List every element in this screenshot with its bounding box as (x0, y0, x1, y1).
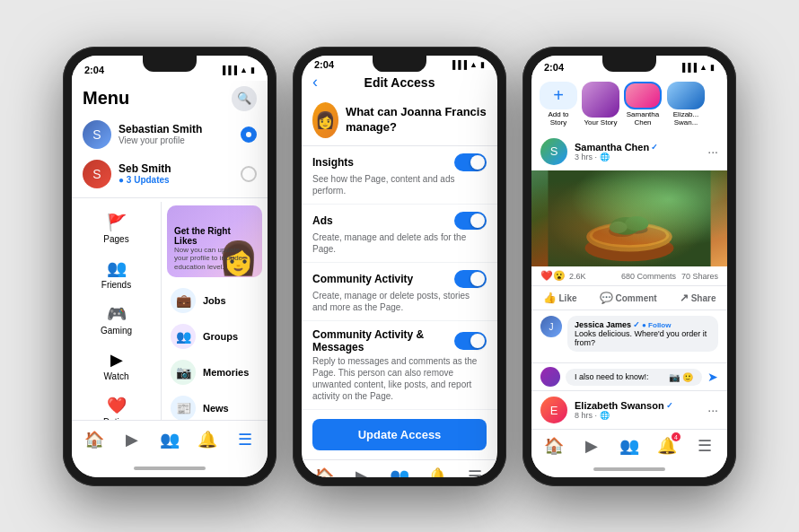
wow-emoji: 😮 (553, 270, 566, 282)
divider-1 (72, 197, 268, 198)
post-options[interactable]: ··· (707, 144, 718, 159)
nav-watch[interactable]: ▶ (116, 423, 148, 456)
verified-icon: ✓ (651, 143, 658, 152)
profile-1[interactable]: S Sebastian Smith View your profile (72, 115, 268, 154)
jessica-avatar: J (540, 316, 562, 337)
profile-2-info: Seb Smith ● 3 Updates (119, 162, 171, 185)
menu-item-watch[interactable]: ▶ Watch (72, 343, 161, 388)
side-item-memories[interactable]: 📷 Memories (167, 354, 262, 390)
search-button[interactable]: 🔍 (232, 86, 257, 111)
story-add[interactable]: + Add to Story (539, 82, 578, 127)
community-messages-name: Community Activity & Messages (312, 328, 454, 353)
update-access-button[interactable]: Update Access (312, 419, 487, 450)
promo-card[interactable]: Get the Right Likes Now you can update y… (167, 205, 262, 277)
ads-desc: Create, manage and delete ads for the Pa… (312, 231, 487, 255)
comment-icon: 💬 (600, 292, 613, 304)
menu-item-dating[interactable]: ❤️ Dating (72, 388, 161, 420)
radio-2[interactable] (241, 166, 257, 182)
dating-icon: ❤️ (107, 396, 127, 415)
time-1: 2:04 (84, 65, 104, 75)
bottom-nav-1: 🏠 ▶ 👥 🔔 ☰ (72, 420, 268, 459)
menu-item-friends[interactable]: 👥 Friends (72, 251, 161, 297)
profile-1-name: Sebastian Smith (119, 123, 202, 135)
nav3-watch[interactable]: ▶ (575, 430, 608, 462)
ads-header: Ads (312, 212, 487, 230)
community-messages-toggle[interactable] (454, 332, 487, 350)
nav-notifications[interactable]: 🔔 (191, 423, 224, 456)
nav-friends[interactable]: 👥 (154, 423, 186, 456)
memories-label: Memories (203, 367, 249, 378)
add-story-label: Add to Story (539, 111, 578, 127)
nav3-notifications[interactable]: 🔔4 (651, 430, 683, 462)
memories-icon-circle: 📷 (171, 360, 196, 385)
radio-1[interactable] (241, 126, 257, 143)
community-toggle[interactable] (454, 270, 487, 288)
comment-section: J Jessica James ✓ ● Follow Looks delicio… (531, 310, 727, 362)
time-2: 2:04 (314, 59, 334, 70)
back-button[interactable]: ‹ (312, 73, 318, 92)
like-label: Like (559, 293, 577, 303)
menu-item-gaming[interactable]: 🎮 Gaming (72, 297, 161, 343)
jessica-follow[interactable]: ● Follow (642, 321, 671, 329)
bottom-nav-2: 🏠 ▶ 👥 🔔 ☰ (302, 459, 497, 477)
time-3: 2:04 (544, 62, 564, 73)
jobs-icon-circle: 💼 (171, 288, 196, 313)
samantha-story-circle (624, 82, 662, 109)
profile-1-info: Sebastian Smith View your profile (119, 123, 202, 145)
send-button[interactable]: ➤ (707, 370, 718, 384)
menu-item-pages[interactable]: 🚩 Pages (72, 205, 161, 251)
story-samantha[interactable]: Samantha Chen (623, 82, 663, 127)
share-button[interactable]: ↗ Share (672, 288, 724, 308)
elizabeth-info: Elizabeth Swanson ✓ 8 hrs · 🌐 (575, 400, 673, 420)
nav2-friends[interactable]: 👥 (383, 460, 416, 477)
story-elizabeth[interactable]: Elizab... Swan... (666, 82, 706, 127)
heart-emoji: ❤️ (540, 270, 553, 282)
side-item-groups[interactable]: 👥 Groups (167, 318, 262, 354)
left-menu: 🚩 Pages 👥 Friends 🎮 Gaming ▶ Watch (72, 202, 162, 420)
groups-icon-circle: 👥 (171, 324, 196, 349)
avatar-sebastian: S (83, 120, 111, 149)
promo-content: Get the Right Likes Now you can update y… (167, 221, 262, 277)
side-item-jobs[interactable]: 💼 Jobs (167, 283, 262, 318)
side-item-news[interactable]: 📰 News (167, 390, 262, 420)
nav2-notifications[interactable]: 🔔 (421, 460, 453, 477)
nav2-menu[interactable]: ☰ (459, 460, 491, 477)
access-item-ads: Ads Create, manage and delete ads for th… (302, 205, 497, 263)
gaming-label: Gaming (101, 326, 132, 336)
story-your[interactable]: Your Story (582, 82, 619, 127)
status-bar-3: 2:04 ▐▐▐ ▲ ▮ (531, 56, 727, 77)
access-profile-section: 👩 What can Joanna Francis manage? (302, 95, 497, 146)
status-bar-1: 2:04 ▐▐▐ ▲ ▮ (72, 56, 268, 81)
your-story-circle (582, 82, 619, 118)
nav2-watch[interactable]: ▶ (346, 460, 378, 477)
nav-menu[interactable]: ☰ (229, 423, 261, 456)
nav3-menu[interactable]: ☰ (689, 430, 721, 462)
wifi-icon-2: ▲ (470, 60, 478, 69)
post-time: 3 hrs · 🌐 (575, 153, 658, 161)
watch-icon: ▶ (110, 350, 123, 370)
comment-input-box[interactable]: I also need to know!: 📷 🙂 (566, 369, 702, 386)
comment-1: J Jessica James ✓ ● Follow Looks delicio… (540, 316, 718, 352)
notch-inner-2 (373, 56, 426, 72)
ads-toggle[interactable] (454, 212, 487, 230)
comment-input-row: I also need to know!: 📷 🙂 ➤ (531, 362, 727, 390)
comment-button[interactable]: 💬 Comment (593, 288, 664, 308)
nav3-home[interactable]: 🏠 (538, 430, 570, 462)
elizabeth-story-label: Elizab... Swan... (666, 111, 706, 127)
input-icons: 📷 🙂 (669, 372, 693, 382)
insights-toggle[interactable] (454, 153, 487, 171)
like-button[interactable]: 👍 Like (536, 288, 584, 308)
jessica-verified: ✓ (633, 320, 640, 329)
notch-inner-3 (602, 56, 656, 72)
jessica-name-text: Jessica James (575, 320, 631, 329)
nav-home[interactable]: 🏠 (78, 423, 110, 456)
camera-icon: 📷 (669, 372, 680, 382)
joanna-avatar: 👩 (312, 102, 338, 138)
menu-header: Menu 🔍 (72, 81, 268, 115)
profile-2[interactable]: S Seb Smith ● 3 Updates (72, 154, 268, 194)
profile-2-updates: ● 3 Updates (119, 175, 171, 185)
nav2-home[interactable]: 🏠 (308, 460, 340, 477)
nav3-friends[interactable]: 👥 (613, 430, 645, 462)
battery-icon: ▮ (250, 65, 255, 74)
elizabeth-options[interactable]: ··· (707, 403, 718, 417)
